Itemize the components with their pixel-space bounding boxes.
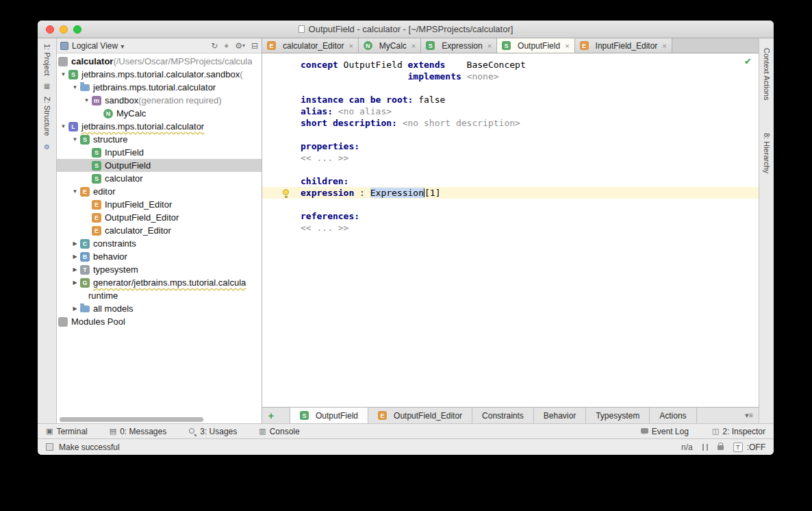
terminal-icon (46, 427, 53, 436)
tree-item-language[interactable]: L jetbrains.mps.tutorial.calculator (57, 120, 262, 133)
document-icon (299, 25, 305, 33)
tab-mycalc[interactable]: N MyCalc (359, 38, 421, 53)
close-icon[interactable] (662, 42, 666, 50)
language-icon: L (68, 122, 78, 132)
tab-expression[interactable]: S Expression (421, 38, 497, 53)
tab-calculator-editor[interactable]: E calculator_Editor (262, 38, 359, 53)
tree-item-inputfield[interactable]: S InputField (57, 146, 262, 159)
code-line-references-placeholder[interactable]: << ... >> (262, 222, 759, 234)
chevron-down-icon[interactable] (81, 97, 92, 103)
tab-inputfield-editor[interactable]: E InputField_Editor (575, 38, 672, 53)
chevron-right-icon[interactable] (70, 240, 80, 247)
code-line-instance[interactable]: instance can be root:false (262, 94, 759, 105)
tree-item-outputfield[interactable]: S OutputField (57, 159, 262, 172)
toolwindow-button-terminal[interactable]: Terminal (46, 427, 88, 436)
aspect-tab-behavior[interactable]: Behavior (534, 408, 586, 423)
editor-area: E calculator_Editor N MyCalc S Expressio… (262, 38, 759, 423)
scrollbar-thumb[interactable] (60, 417, 203, 422)
tree-item-generator[interactable]: G generator/jetbrains.mps.tutorial.calcu… (57, 276, 262, 289)
concept-icon: S (426, 41, 435, 50)
chevron-right-icon[interactable] (70, 306, 80, 312)
column-mode-icon[interactable] (702, 444, 708, 451)
code-line-properties-placeholder[interactable]: << ... >> (262, 152, 759, 164)
aspect-tab-actions[interactable]: Actions (650, 408, 696, 423)
intention-bulb-icon[interactable] (283, 189, 289, 195)
tab-outputfield[interactable]: S OutputField (497, 38, 574, 53)
tree-item-all-models[interactable]: all models (57, 302, 262, 315)
collapse-all-icon[interactable] (251, 41, 258, 51)
close-icon[interactable] (487, 42, 492, 50)
close-icon[interactable] (565, 42, 569, 50)
close-icon[interactable] (411, 42, 416, 50)
toolwindow-bar: Terminal 0: Messages 3: Usages Console E… (38, 423, 774, 438)
tree-item-modules-pool[interactable]: Modules Pool (57, 315, 262, 328)
tree-item-models-folder[interactable]: jetbrains.mps.tutorial.calculator (57, 81, 262, 94)
caret-position-widget[interactable]: n/a (681, 443, 693, 452)
code-line-alias[interactable]: alias:<no alias> (262, 105, 759, 117)
zoom-window-button[interactable] (73, 25, 81, 34)
tree-item-calculator-editor[interactable]: E calculator_Editor (57, 224, 262, 237)
chevron-right-icon[interactable] (70, 253, 80, 260)
aspect-tab-outputfield[interactable]: S OutputField (290, 408, 368, 423)
toolwindow-button-project[interactable]: 1: Project (43, 44, 51, 75)
typesystem-toggle[interactable]: :OFF (747, 443, 765, 452)
tool-icon[interactable] (44, 143, 50, 151)
close-window-button[interactable] (46, 25, 54, 34)
chevron-right-icon[interactable] (70, 266, 80, 273)
chevron-down-icon[interactable] (58, 123, 68, 129)
lock-icon[interactable] (718, 445, 724, 450)
window-controls (46, 25, 81, 34)
tree-item-sandbox-solution[interactable]: S jetbrains.mps.tutorial.calculator.sand… (57, 68, 262, 81)
tree-item-structure[interactable]: S structure (57, 133, 262, 146)
aspect-tab-typesystem[interactable]: Typesystem (586, 408, 650, 423)
aspect-tab-outputfield-editor[interactable]: E OutputField_Editor (368, 408, 472, 423)
title-bar[interactable]: OutputField - calculator - [~/MPSProject… (38, 21, 774, 38)
code-line-properties[interactable]: properties: (262, 140, 759, 152)
code-line-implements[interactable]: implements<none> (262, 71, 759, 82)
refresh-icon[interactable] (211, 41, 218, 51)
close-icon[interactable] (348, 42, 353, 50)
toolwindow-button-context-actions[interactable]: Context Actions (763, 48, 771, 100)
tree-item-sandbox-model[interactable]: m sandbox (generation required) (57, 94, 262, 107)
toolwindow-button-event-log[interactable]: Event Log (641, 427, 689, 436)
code-line-short-description[interactable]: short description:<no short description> (262, 117, 759, 129)
code-line-references[interactable]: references: (262, 210, 759, 222)
tree-item-typesystem[interactable]: T typesystem (57, 263, 262, 276)
tree-item-constraints[interactable]: C constraints (57, 237, 262, 250)
tree-item-inputfield-editor[interactable]: E InputField_Editor (57, 198, 262, 211)
tree-item-outputfield-editor[interactable]: E OutputField_Editor (57, 211, 262, 224)
toolwindow-button-hierarchy[interactable]: 8: Hierarchy (763, 133, 771, 173)
hidden-tabs-list-icon[interactable] (745, 411, 753, 420)
tree-item-calculator-concept[interactable]: S calculator (57, 172, 262, 185)
chevron-down-icon[interactable] (70, 188, 80, 195)
editor-icon: E (378, 411, 387, 420)
toolwindow-button-usages[interactable]: 3: Usages (188, 427, 237, 436)
toolwindow-button-messages[interactable]: 0: Messages (110, 427, 166, 436)
tree-item-runtime[interactable]: runtime (57, 289, 262, 302)
minimize-window-button[interactable] (60, 25, 68, 34)
tree-item-project-root[interactable]: calculator (/Users/Oscar/MPSProjects/cal… (57, 55, 262, 68)
editor-aspect-icon: E (80, 187, 90, 197)
chevron-down-icon[interactable] (58, 71, 68, 77)
code-line-concept[interactable]: conceptOutputFieldextendsBaseConcept (262, 59, 759, 71)
settings-gear-icon[interactable] (235, 41, 245, 51)
locate-icon[interactable] (224, 41, 229, 51)
chevron-down-icon[interactable] (118, 41, 124, 51)
grid-icon[interactable] (44, 82, 50, 90)
typesystem-badge-icon[interactable] (733, 443, 743, 452)
chevron-right-icon[interactable] (70, 279, 80, 286)
aspect-tab-constraints[interactable]: Constraints (472, 408, 534, 423)
view-selector[interactable]: Logical View (72, 41, 118, 51)
concept-editor[interactable]: conceptOutputFieldextendsBaseConcept imp… (262, 53, 759, 407)
chevron-down-icon[interactable] (70, 136, 80, 142)
toolwindow-button-structure[interactable]: Z: Structure (43, 97, 51, 136)
code-line-expression-child[interactable]: expression:Expression[1] (262, 187, 759, 199)
tree-item-mycalc[interactable]: N MyCalc (57, 107, 262, 120)
toolwindow-button-inspector[interactable]: 2: Inspector (712, 427, 765, 436)
code-line-children[interactable]: children: (262, 175, 759, 187)
chevron-down-icon[interactable] (70, 84, 80, 90)
tree-item-behavior[interactable]: B behavior (57, 250, 262, 263)
tree-item-editor-aspect[interactable]: E editor (57, 185, 262, 198)
toolwindow-button-console[interactable]: Console (259, 427, 299, 436)
add-aspect-button[interactable] (262, 408, 280, 423)
